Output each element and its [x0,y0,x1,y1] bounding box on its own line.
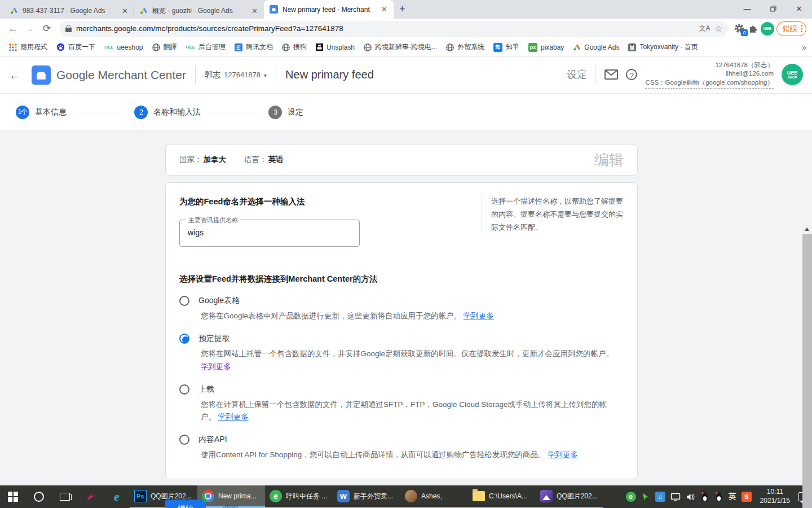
tab-close-icon[interactable]: ✕ [379,5,389,14]
step-label: 设定 [288,107,303,117]
bookmark-tokyoxvanity[interactable]: Tokyoxvanity - 首页 [625,41,701,54]
task-view-button[interactable] [52,485,78,508]
bookmark-kuajing[interactable]: 跨境新鲜事-跨境电... [360,41,440,54]
internet-explorer-button[interactable]: e [104,485,130,508]
account-switcher[interactable]: 郭志 127641878 ▾ [205,70,267,80]
scrollbar-thumb[interactable] [802,234,812,508]
step-label: 基本信息 [35,107,67,117]
learn-more-link[interactable]: 学到更多 [548,450,578,459]
forward-icon[interactable]: → [23,23,37,34]
bookmark-pixabay[interactable]: px pixabay [525,41,567,54]
bookmark-sogou[interactable]: 搜狗 [279,41,310,54]
url-text[interactable]: merchants.google.com/mc/products/sources… [76,24,695,33]
option-label[interactable]: 上载 [198,384,214,395]
edit-button[interactable]: 编辑 [594,150,624,170]
windows-logo-icon [8,492,18,502]
feed-name-input[interactable]: 主要资讯提供名称 wigs [179,220,360,247]
profile-avatar[interactable]: UEE [761,22,774,36]
help-icon[interactable]: ? [626,69,637,80]
radio-unselected-icon[interactable] [179,384,189,395]
pinned-app-arrow[interactable] [78,485,104,508]
radio-selected-icon[interactable] [179,334,189,344]
volume-icon[interactable] [686,493,695,501]
minimize-button[interactable]: — [734,0,760,17]
scrollbar[interactable] [802,225,812,508]
bookmark-apps[interactable]: 應用程式 [6,41,51,54]
option-label[interactable]: 内容API [198,435,227,445]
radio-unselected-icon[interactable] [179,296,189,306]
account-css: CSS：Google购物（google.com/shopping） [645,78,774,89]
bookmark-translate[interactable]: 翻譯 [149,41,180,54]
back-button[interactable]: 背部 [223,504,239,508]
reload-icon[interactable]: ⟳ [39,23,54,34]
tab-close-icon[interactable]: ✕ [250,7,259,15]
extension-gear-icon[interactable]: 0 [734,23,746,35]
scrollbar-up-icon[interactable] [805,227,809,231]
tray-cursor-icon[interactable] [641,492,650,501]
page-back-icon[interactable]: ← [9,68,32,82]
bookmark-waimao[interactable]: 外贸系统 [443,41,488,54]
globe-icon [446,43,454,51]
feed-setup-card: 为您的Feed命名并选择一种输入法 主要资讯提供名称 wigs 选择一个描述性名… [165,182,638,479]
user-avatar[interactable]: UEESHOP [782,64,803,85]
address-bar[interactable]: merchants.google.com/mc/products/sources… [60,21,728,37]
option-label[interactable]: Google表格 [198,296,240,306]
tray-qq-music-icon[interactable]: ♫ [655,492,665,502]
cortana-button[interactable] [26,485,52,508]
globe-icon [282,43,290,51]
bookmark-unsplash[interactable]: Unsplash [312,42,358,53]
option-label[interactable]: 预定提取 [198,334,230,344]
main-content: 国家：加拿大 语言：英语 编辑 为您的Feed命名并选择一种输入法 主要资讯提供… [0,131,812,485]
sogou-icon[interactable]: S [742,492,752,502]
qq-penguin-icon[interactable] [714,492,723,502]
settings-label[interactable]: 设定 [567,68,586,81]
ime-language-indicator[interactable]: 英 [729,492,736,502]
task-view-icon [60,493,70,501]
browser-titlebar: 983-437-3117 - Google Ads ✕ 概览 - guozhi … [0,0,812,19]
learn-more-link[interactable]: 学到更多 [464,312,494,320]
bookmark-google-ads[interactable]: Google Ads [570,42,623,53]
learn-more-link[interactable]: 学到更多 [218,413,249,421]
padlock-icon[interactable] [65,25,72,32]
tab-google-ads-1[interactable]: 983-437-3117 - Google Ads ✕ [5,3,134,19]
option-content-api: 内容API 使用Content API for Shopping，您可以自动上传… [179,435,624,461]
mail-icon[interactable] [604,69,618,80]
step-number: 1个 [16,106,29,119]
browser-menu-error[interactable]: 錯誤 [776,21,806,36]
bookmark-zhihu[interactable]: 知 知乎 [490,41,523,54]
bookmark-label: 應用程式 [20,42,47,52]
google-ads-icon [573,43,581,51]
puzzle-extensions-icon[interactable] [748,24,758,34]
step-basic-info[interactable]: 1个 基本信息 [16,106,67,119]
close-window-button[interactable]: ✕ [786,0,812,17]
merchant-center-logo [32,65,51,85]
bookmark-ueeshop[interactable]: UEE ueeshop [101,42,147,53]
tab-close-icon[interactable]: ✕ [120,7,130,15]
bookmark-tencent-docs[interactable]: 腾讯文档 [231,41,276,54]
bookmarks-overflow-icon[interactable]: » [802,43,806,52]
translate-icon[interactable]: 文A [699,24,710,33]
back-icon[interactable]: ← [6,23,20,34]
bookmark-baidu[interactable]: 百度一下 [53,41,99,54]
tab-google-ads-2[interactable]: 概览 - guozhi - Google Ads ✕ [134,3,264,19]
step-number: 3 [268,106,282,119]
network-icon[interactable] [670,493,681,501]
start-button[interactable] [0,485,26,508]
learn-more-link[interactable]: 学到更多 [201,362,231,371]
step-name-input-method[interactable]: 2 名称和输入法 [134,106,201,119]
qq-penguin-icon[interactable] [700,492,709,502]
tencent-docs-icon [235,43,242,51]
new-tab-button[interactable]: + [399,3,405,15]
restore-button[interactable] [760,0,786,17]
continue-button[interactable]: 继续 [165,500,206,508]
brand-google: Google [56,68,95,81]
tab-merchant-center[interactable]: New primary feed - Merchant ✕ [264,0,394,19]
tab-title: New primary feed - Merchant [283,6,375,14]
bookmark-star-icon[interactable]: ☆ [715,24,722,34]
step-settings[interactable]: 3 设定 [268,106,303,119]
bookmark-admin[interactable]: UEE 后台管理 [183,41,229,54]
taskbar-clock[interactable]: 10:11 2021/1/15 [757,488,793,505]
brand-merchant-center: Merchant Center [95,68,186,81]
radio-unselected-icon[interactable] [179,435,189,445]
zhihu-icon: 知 [493,43,502,52]
